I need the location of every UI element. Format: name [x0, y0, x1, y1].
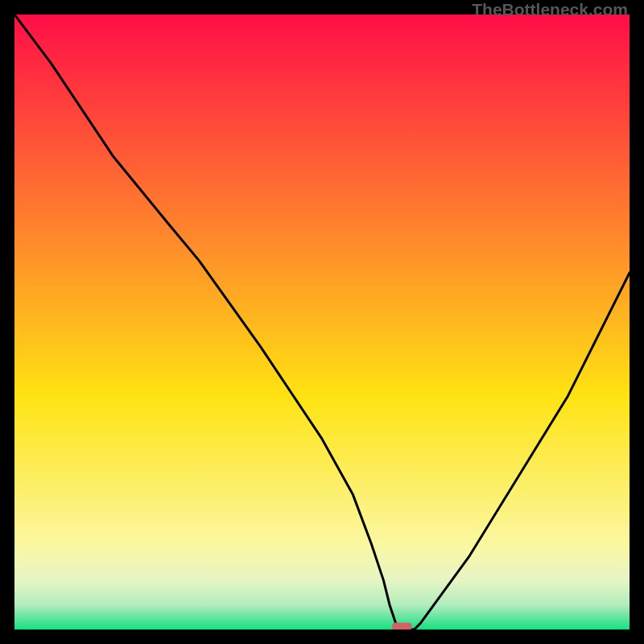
- chart-background-gradient: [14, 14, 630, 630]
- attribution-text: TheBottleneck.com: [472, 0, 628, 19]
- chart-plot-area: [14, 14, 630, 630]
- chart-svg: [14, 14, 630, 630]
- chart-frame: TheBottleneck.com: [0, 0, 644, 644]
- chart-optimum-marker: [392, 623, 411, 630]
